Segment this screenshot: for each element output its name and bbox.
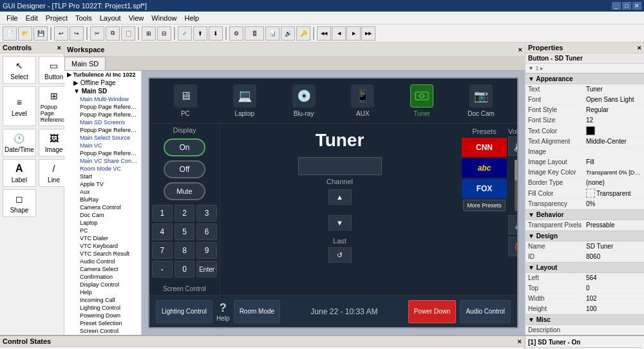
toolbar-check[interactable]: ✓ [178,26,192,41]
tree-vtcsearch[interactable]: VTC Search Result [64,250,141,258]
toolbar-redo[interactable]: ↪ [70,26,84,41]
tree-main-sd-screens[interactable]: Main SD Screens [64,118,141,126]
nav-laptop[interactable]: 💻 Laptop [222,84,267,117]
toolbar-btn4[interactable]: 🔑 [296,26,310,41]
toolbar-nav2[interactable]: ◀ [332,26,346,41]
num-2[interactable]: 2 [175,205,195,222]
room-mode-btn[interactable]: Room Mode [234,300,280,323]
on-button[interactable]: On [164,138,205,156]
workspace-pin[interactable]: × [518,46,522,53]
toolbar-cut[interactable]: ✂ [90,26,104,41]
tree-preset-sel[interactable]: Preset Selection [64,319,141,327]
toolbar-copy[interactable]: ⧉ [106,26,120,41]
toolbar-undo[interactable]: ↩ [54,26,68,41]
vol-mute[interactable]: 🔇 [508,237,518,256]
control-shape[interactable]: ◻ Shape [3,189,36,217]
toolbar-paste[interactable]: 📋 [121,26,135,41]
vol-slider[interactable] [515,160,518,211]
maximize-button[interactable]: □ [622,2,631,10]
tree-offline-page[interactable]: ▶ Offline Page [64,79,141,87]
tree-bluray[interactable]: BluRay [64,196,141,203]
num-dot[interactable]: · [152,261,173,278]
properties-pin[interactable]: × [638,44,641,52]
preset-fox[interactable]: FOX [462,179,507,198]
toolbar-align[interactable]: ⊞ [142,26,156,41]
toolbar-distribute[interactable]: ⊟ [157,26,171,41]
tree-popup3[interactable]: Popup Page Reference1 [64,126,141,134]
tree-main-sd[interactable]: ▼ Main SD [64,87,141,95]
vol-up[interactable]: 🔊 [508,137,518,156]
controls-pin[interactable]: × [57,44,61,52]
tree-laptop[interactable]: Laptop [64,219,141,227]
tree-doccam[interactable]: Doc Cam [64,211,141,219]
nav-pc[interactable]: 🖥 PC [163,84,208,117]
toolbar-download[interactable]: ⬇ [209,26,223,41]
more-presets-btn[interactable]: More Presets [463,200,506,211]
toolbar-btn1[interactable]: 🎛 [245,26,264,41]
last-btn[interactable]: ↺ [328,247,352,263]
menu-help[interactable]: Help [180,14,203,22]
tree-vc-share[interactable]: Main VC Share Content [64,157,141,165]
tree-main-multi[interactable]: Main Multi-Window [64,95,141,103]
menu-view[interactable]: View [125,14,148,22]
toolbar-save[interactable]: 💾 [33,26,48,41]
minimize-button[interactable]: _ [612,2,621,10]
num-3[interactable]: 3 [196,205,217,222]
tree-confirm[interactable]: Confirmation [64,273,141,281]
tree-room-mode[interactable]: Room Mode VC [64,165,141,173]
prop-section-appearance[interactable]: ▼ Appearance [526,73,644,84]
tree-main-vc[interactable]: Main VC [64,142,141,149]
num-5[interactable]: 5 [175,223,195,240]
toolbar-open[interactable]: 📂 [18,26,32,41]
tree-start[interactable]: Start [64,173,141,180]
titlebar-controls[interactable]: _ □ ✕ [612,2,641,10]
control-label[interactable]: A Label [3,159,36,187]
num-4[interactable]: 4 [152,223,173,240]
num-enter[interactable]: Enter [196,261,217,278]
nav-doccam[interactable]: 📷 Doc Cam [459,84,504,117]
toolbar-upload[interactable]: ⬆ [193,26,207,41]
control-datetime[interactable]: 🕐 Date/Time [3,129,36,156]
nav-tuner[interactable]: Tuner [399,84,444,117]
toolbar-nav3[interactable]: ▶ [346,26,361,41]
tree-powering-down[interactable]: Powering Down [64,312,141,319]
tree-audio[interactable]: Audio Control [64,258,141,265]
prop-section-misc[interactable]: ▼ Misc [526,314,644,325]
toolbar-settings[interactable]: ⚙ [229,26,243,41]
num-1[interactable]: 1 [152,205,173,222]
off-button[interactable]: Off [164,160,205,178]
num-8[interactable]: 8 [175,242,195,259]
toolbar-btn2[interactable]: 📊 [265,26,279,41]
tree-incoming[interactable]: Incoming Call [64,296,141,304]
toolbar-btn3[interactable]: 🔊 [281,26,295,41]
nav-bluray[interactable]: 💿 Blu-ray [281,84,327,117]
vol-down[interactable]: 🔉 [508,215,518,234]
tree-appletv[interactable]: Apple TV [64,180,141,188]
menu-project[interactable]: Project [42,14,71,22]
audio-control-btn[interactable]: Audio Control [460,300,511,323]
tree-camselect[interactable]: Camera Select [64,265,141,273]
channel-down[interactable]: ▼ [328,215,352,231]
tree-help[interactable]: Help [64,288,141,296]
lighting-control-btn[interactable]: Lighting Control [156,300,213,323]
menu-file[interactable]: File [3,14,22,22]
tree-lighting[interactable]: Lighting Control [64,304,141,312]
tree-popup2[interactable]: Popup Page Reference1 [64,111,141,118]
power-down-btn[interactable]: Power Down [408,300,457,323]
control-select[interactable]: ↖ Select [3,56,36,84]
num-6[interactable]: 6 [196,223,217,240]
menu-edit[interactable]: Edit [22,14,42,22]
tree-vtckeyboard[interactable]: VTC Keyboard [64,242,141,250]
tab-main-sd[interactable]: Main SD [64,57,106,70]
toolbar-nav4[interactable]: ▶▶ [361,26,375,41]
num-7[interactable]: 7 [152,242,173,259]
mute-button[interactable]: Mute [164,182,205,200]
tree-popup1[interactable]: Popup Page Reference1 [64,103,141,111]
preset-cnn[interactable]: CNN [462,138,507,157]
tree-screen-ctrl[interactable]: Screen Control [64,327,141,335]
nav-aux[interactable]: 📱 AUX [340,84,385,117]
menu-tools[interactable]: Tools [71,14,96,22]
prop-section-design[interactable]: ▼ Design [526,231,644,241]
preset-abc[interactable]: abc [462,158,507,178]
tree-camera[interactable]: Camera Control [64,203,141,211]
